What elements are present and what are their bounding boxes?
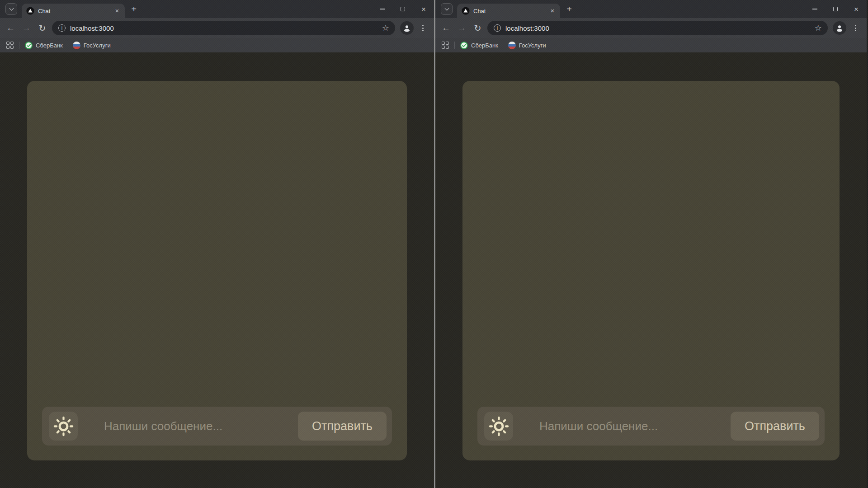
- theme-toggle-button[interactable]: [484, 412, 513, 441]
- chevron-down-icon: [444, 6, 449, 11]
- page-content: Отправить: [0, 52, 434, 488]
- minimize-button[interactable]: [804, 0, 825, 18]
- address-bar[interactable]: i localhost:3000 ☆: [487, 21, 828, 35]
- gosuslugi-icon: [508, 42, 516, 49]
- profile-button[interactable]: [400, 21, 414, 35]
- tab-title: Chat: [38, 8, 109, 14]
- bookmark-star-icon[interactable]: ☆: [381, 23, 391, 33]
- chevron-down-icon: [9, 6, 14, 11]
- minimize-button[interactable]: [372, 0, 392, 18]
- bookmarks-separator: [19, 42, 19, 49]
- close-button[interactable]: ×: [846, 0, 867, 18]
- new-tab-button[interactable]: +: [127, 3, 140, 15]
- tab-close-icon[interactable]: ×: [548, 7, 557, 15]
- url-text: localhost:3000: [505, 24, 813, 32]
- reload-button[interactable]: ↻: [34, 20, 50, 36]
- bookmark-label: ГосУслуги: [519, 42, 546, 49]
- page-content: Отправить: [435, 52, 867, 488]
- apps-grid-icon[interactable]: [6, 42, 14, 49]
- bookmark-sberbank[interactable]: СберБанк: [25, 42, 63, 49]
- bookmark-label: СберБанк: [471, 42, 498, 49]
- theme-toggle-button[interactable]: [49, 412, 78, 441]
- bookmarks-bar: СберБанк ГосУслуги: [435, 38, 867, 52]
- browser-window-right: Chat × + × ← → ↻ i localhost:3000 ☆ Сбер…: [434, 0, 867, 488]
- close-icon: ×: [421, 5, 426, 13]
- chat-input-bar: Отправить: [42, 407, 392, 446]
- tab-strip: Chat × + ×: [0, 0, 434, 18]
- url-text: localhost:3000: [70, 24, 381, 32]
- message-input[interactable]: [103, 419, 298, 434]
- window-controls: ×: [804, 0, 867, 18]
- minimize-icon: [812, 9, 817, 9]
- bookmark-sberbank[interactable]: СберБанк: [460, 42, 498, 49]
- send-button[interactable]: Отправить: [298, 412, 387, 441]
- site-info-icon[interactable]: i: [58, 24, 66, 32]
- tab-chat[interactable]: Chat ×: [22, 4, 125, 18]
- window-controls: ×: [372, 0, 434, 18]
- maximize-button[interactable]: [825, 0, 846, 18]
- bookmarks-separator: [454, 42, 455, 49]
- forward-button[interactable]: →: [19, 20, 34, 36]
- sberbank-icon: [25, 42, 33, 49]
- browser-window-left: Chat × + × ← → ↻ i localhost:3000 ☆ Сбер…: [0, 0, 434, 488]
- tab-search-button[interactable]: [5, 3, 17, 15]
- back-button[interactable]: ←: [438, 20, 454, 36]
- browser-menu-button[interactable]: [849, 25, 861, 31]
- forward-button[interactable]: →: [454, 20, 470, 36]
- sberbank-icon: [460, 42, 468, 49]
- close-button[interactable]: ×: [413, 0, 434, 18]
- person-icon: [403, 24, 411, 32]
- sun-icon: [53, 416, 74, 436]
- reload-button[interactable]: ↻: [470, 20, 486, 36]
- bookmark-star-icon[interactable]: ☆: [813, 23, 823, 33]
- back-button[interactable]: ←: [3, 20, 19, 36]
- close-icon: ×: [854, 5, 859, 13]
- chat-favicon-icon: [26, 7, 34, 15]
- chat-messages-area: [477, 96, 825, 407]
- sun-icon: [489, 416, 509, 436]
- browser-toolbar: ← → ↻ i localhost:3000 ☆: [435, 18, 867, 38]
- chat-input-bar: Отправить: [477, 407, 825, 446]
- browser-menu-button[interactable]: [417, 25, 429, 31]
- tab-title: Chat: [473, 8, 545, 14]
- send-button[interactable]: Отправить: [731, 412, 819, 441]
- tab-chat[interactable]: Chat ×: [457, 4, 560, 18]
- site-info-icon[interactable]: i: [494, 24, 501, 32]
- bookmark-label: ГосУслуги: [84, 42, 111, 49]
- maximize-icon: [401, 7, 405, 11]
- bookmark-gosuslugi[interactable]: ГосУслуги: [508, 42, 546, 49]
- maximize-button[interactable]: [392, 0, 413, 18]
- profile-button[interactable]: [833, 21, 846, 35]
- address-bar[interactable]: i localhost:3000 ☆: [52, 21, 395, 35]
- chat-messages-area: [42, 96, 392, 407]
- minimize-icon: [380, 9, 385, 9]
- tab-strip: Chat × + ×: [435, 0, 867, 18]
- person-icon: [835, 24, 844, 32]
- tab-search-button[interactable]: [441, 3, 453, 15]
- chat-favicon-icon: [462, 7, 470, 15]
- maximize-icon: [833, 7, 838, 11]
- browser-toolbar: ← → ↻ i localhost:3000 ☆: [0, 18, 434, 38]
- gosuslugi-icon: [73, 42, 80, 49]
- tab-close-icon[interactable]: ×: [113, 7, 121, 15]
- message-input[interactable]: [538, 419, 731, 434]
- bookmark-label: СберБанк: [36, 42, 63, 49]
- chat-panel: Отправить: [462, 81, 840, 460]
- new-tab-button[interactable]: +: [563, 3, 576, 15]
- chat-panel: Отправить: [27, 81, 407, 460]
- bookmark-gosuslugi[interactable]: ГосУслуги: [73, 42, 111, 49]
- bookmarks-bar: СберБанк ГосУслуги: [0, 38, 434, 52]
- apps-grid-icon[interactable]: [442, 42, 449, 49]
